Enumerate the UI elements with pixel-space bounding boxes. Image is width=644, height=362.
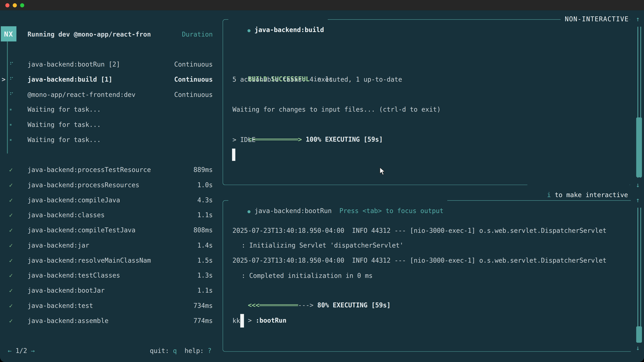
task-status: Continuous [174,72,213,87]
gradle-prompt-line: > :bootRun [232,298,286,313]
bootrun-pane-title: ●java-backend:bootRun Press <tab> to foc… [228,195,447,206]
check-icon: ✓ [9,283,13,298]
scroll-up-icon[interactable]: ↑ [633,193,642,208]
log-line: : Initializing Servlet 'dispatcherServle… [242,238,404,253]
hint-text: to make interactive [551,191,628,199]
quit-label: quit: [150,347,169,355]
check-icon: ✓ [9,298,13,313]
scrollbar-thumb[interactable] [636,117,642,177]
close-window-button[interactable] [5,3,10,7]
check-icon: ✓ [9,253,13,268]
scroll-down-icon[interactable]: ↓ [633,178,642,192]
completed-task-row[interactable]: ✓ java-backend:assemble 774ms [0,314,222,328]
focus-output-hint: Press <tab> to focus output [340,207,444,215]
check-icon: ✓ [9,314,13,328]
completed-task-row[interactable]: ✓ java-backend:classes 1.1s [0,208,222,222]
progress-bar-todo: ---> [298,302,314,309]
task-name: java-backend:classes [28,208,105,222]
terminal-input-text[interactable]: kk [232,314,240,328]
task-duration: 1.1s [198,208,213,222]
task-name: java-backend:compileTestJava [28,223,136,238]
next-page-arrow-icon[interactable]: → [31,347,35,355]
pending-dot-icon [10,109,12,110]
log-line: 2025-07-23T13:40:18.950-04:00 INFO 44312… [232,223,606,238]
run-command-title: Running dev @mono-app/react-fron [28,27,151,42]
check-icon: ✓ [9,238,13,253]
text-cursor [240,314,244,328]
completed-task-row[interactable]: ✓ java-backend:bootJar 1.1s [0,283,222,298]
sidebar-footer: ← 1/2 → quit: q help: ? [0,344,222,358]
completed-task-row[interactable]: ✓ java-backend:processTestResource 889ms [0,163,222,177]
pending-task-row[interactable]: Waiting for task... [0,133,222,147]
completed-task-row[interactable]: ✓ java-backend:test 734ms [0,298,222,313]
scroll-up-icon[interactable]: ↑ [633,12,642,27]
task-duration: 734ms [194,298,213,313]
prompt-marker: > [248,317,256,324]
make-interactive-hint: i to make interactive [528,179,630,190]
task-name: java-backend:processResources [28,178,139,192]
text-cursor [232,149,236,161]
task-duration: 1.4s [198,238,213,253]
completed-task-row[interactable]: ✓ java-backend:testClasses 1.3s [0,268,222,283]
task-row[interactable]: ⠋ java-backend:bootRun [2] Continuous [0,57,222,72]
page-indicator [12,347,16,355]
task-name: java-backend:build [1] [28,72,112,87]
scrollbar-track[interactable] [638,208,638,340]
non-interactive-badge: NON-INTERACTIVE [561,14,630,25]
build-pane-title: ●java-backend:build [228,14,328,25]
pending-task-label: Waiting for task... [28,102,101,117]
completed-task-row[interactable]: ✓ java-backend:processResources 1.0s [0,178,222,192]
task-row[interactable]: ⠋ @mono-app/react-frontend:dev Continuou… [0,87,222,102]
pending-task-row[interactable]: Waiting for task... [0,102,222,117]
pending-task-label: Waiting for task... [28,117,101,132]
task-name: @mono-app/react-frontend:dev [28,87,136,102]
task-duration: 774ms [194,314,213,328]
scrollbar-thumb[interactable] [636,326,642,343]
help-key: ? [208,347,212,355]
help-label: help: [184,347,204,355]
task-duration: 1.0s [198,178,213,192]
task-duration: 1.3s [198,268,213,283]
task-duration: 4.3s [198,193,213,208]
idle-line: > IDLE [232,133,256,147]
completed-task-row[interactable]: ✓ java-backend:compileTestJava 808ms [0,223,222,238]
task-name: java-backend:test [28,298,93,313]
pending-task-label: Waiting for task... [28,133,101,147]
progress-label: 80% EXECUTING [59s] [317,302,390,309]
progress-bar: <════════════> [248,136,302,143]
task-row-selected[interactable]: ⠋ java-backend:build [1] Continuous [0,72,222,87]
duration-column-label: Duration [182,27,213,42]
task-status: Continuous [174,57,213,72]
completed-task-row[interactable]: ✓ java-backend:jar 1.4s [0,238,222,253]
check-icon: ✓ [9,268,13,283]
task-name: java-backend:processTestResource [28,163,151,177]
minimize-window-button[interactable] [13,3,17,7]
mouse-cursor [380,167,385,177]
task-status: Continuous [174,87,213,102]
terminal-window: NX Running dev @mono-app/react-fron Dura… [0,0,644,362]
pending-task-row[interactable]: Waiting for task... [0,117,222,132]
task-duration: 808ms [194,223,213,238]
build-result-line: BUILD SUCCESSFUL in 1s [232,57,333,72]
completed-task-row[interactable]: ✓ java-backend:compileJava 4.3s [0,193,222,208]
completed-task-row[interactable]: ✓ java-backend:resolveMainClassNam 1.5s [0,253,222,268]
task-name: java-backend:bootRun [2] [28,57,120,72]
pane-bullet-icon: ● [248,27,250,33]
prev-page-arrow-icon[interactable]: ← [8,347,12,355]
scrollbar-track[interactable] [640,208,641,340]
task-name: java-backend:testClasses [28,268,120,283]
pending-dot-icon [10,124,12,126]
check-icon: ✓ [9,193,13,208]
task-list-header: Running dev @mono-app/react-fron Duratio… [0,27,222,42]
prompt-task-name: :bootRun [256,317,286,324]
zoom-window-button[interactable] [20,3,24,7]
pending-dot-icon [10,139,12,141]
task-name: java-backend:bootJar [28,283,105,298]
check-icon: ✓ [9,223,13,238]
check-icon: ✓ [9,208,13,222]
bootrun-progress-line: <<<══════════---> 80% EXECUTING [59s] [232,283,390,298]
page-indicator-value: 1/2 [16,347,27,355]
task-duration: 889ms [194,163,213,177]
scroll-down-icon[interactable]: ↓ [633,341,642,356]
task-name: java-backend:jar [28,238,89,253]
